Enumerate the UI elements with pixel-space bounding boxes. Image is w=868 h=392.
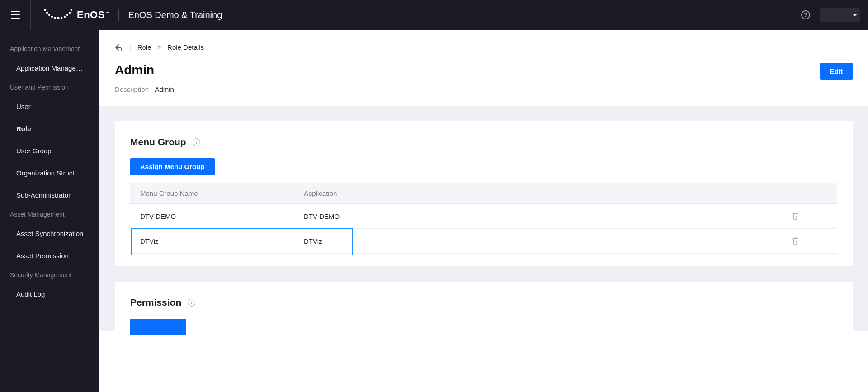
svg-point-7 xyxy=(64,16,66,18)
sidebar-item-asset-synchronization[interactable]: Asset Synchronization xyxy=(0,222,99,245)
sidebar-item-audit-log[interactable]: Audit Log xyxy=(0,283,99,305)
main-content: | Role > Role Details Admin Description … xyxy=(99,30,868,392)
section-label-asset-mgmt: Asset Management xyxy=(0,206,99,222)
svg-point-5 xyxy=(57,17,59,19)
sidebar-item-user[interactable]: User xyxy=(0,95,99,118)
permission-title: Permission xyxy=(130,297,181,308)
permission-card: Permission i xyxy=(115,282,853,331)
description-label: Description xyxy=(115,85,149,93)
menu-group-card: Menu Group i Assign Menu Group Menu Grou… xyxy=(115,121,853,266)
menu-group-title: Menu Group xyxy=(130,137,186,147)
breadcrumb-separator: | xyxy=(129,44,131,51)
hamburger-icon xyxy=(11,11,20,19)
page-header: | Role > Role Details Admin Description … xyxy=(99,30,868,106)
header-right: ? xyxy=(801,8,860,22)
svg-point-0 xyxy=(44,9,47,11)
top-header: EnOS™ EnOS Demo & Training ? xyxy=(0,0,868,30)
table-row: DTViz DTViz xyxy=(130,229,837,254)
chevron-right-icon: > xyxy=(158,44,161,51)
cards-area: Menu Group i Assign Menu Group Menu Grou… xyxy=(99,106,868,331)
menu-group-table: Menu Group Name Application DTV DEMO DTV… xyxy=(130,183,837,254)
cell-name: DTViz xyxy=(140,237,304,245)
info-icon[interactable]: i xyxy=(193,138,200,146)
brand-text: EnOS™ xyxy=(77,9,109,21)
chevron-down-icon xyxy=(853,14,857,16)
brand-logo[interactable]: EnOS™ xyxy=(43,9,119,21)
cell-application: DTViz xyxy=(304,237,791,245)
info-icon[interactable]: i xyxy=(188,299,195,307)
logo-section: EnOS™ EnOS Demo & Training xyxy=(31,9,222,21)
section-label-app-mgmt: Application Management xyxy=(0,41,99,57)
sidebar-item-organization-structure[interactable]: Organization Struct… xyxy=(0,162,99,184)
sidebar-item-sub-administrator[interactable]: Sub-Administrator xyxy=(0,184,99,206)
column-header-application: Application xyxy=(304,189,791,197)
section-label-security-mgmt: Security Management xyxy=(0,267,99,283)
table-row: DTV DEMO DTV DEMO xyxy=(130,204,837,229)
svg-point-1 xyxy=(46,12,48,14)
breadcrumb-current: Role Details xyxy=(167,43,204,51)
svg-point-8 xyxy=(66,14,68,16)
back-icon[interactable] xyxy=(115,44,123,51)
user-menu[interactable] xyxy=(820,8,860,22)
product-title: EnOS Demo & Training xyxy=(128,10,222,20)
cell-application: DTV DEMO xyxy=(304,213,791,220)
section-label-user-perm: User and Permission xyxy=(0,79,99,95)
svg-point-9 xyxy=(69,12,71,14)
sidebar-item-user-group[interactable]: User Group xyxy=(0,140,99,162)
svg-point-2 xyxy=(48,14,50,16)
delete-icon[interactable] xyxy=(791,237,799,245)
edit-button[interactable]: Edit xyxy=(820,63,853,80)
sidebar: Application Management Application Manag… xyxy=(0,30,99,392)
sidebar-item-role[interactable]: Role xyxy=(0,118,99,140)
help-icon[interactable]: ? xyxy=(801,10,810,19)
svg-point-10 xyxy=(71,9,72,11)
breadcrumb: | Role > Role Details xyxy=(115,43,853,51)
svg-point-6 xyxy=(61,17,63,19)
breadcrumb-role[interactable]: Role xyxy=(137,43,151,51)
page-title: Admin xyxy=(115,63,174,77)
cell-name: DTV DEMO xyxy=(140,213,304,220)
menu-toggle[interactable] xyxy=(0,0,31,30)
svg-point-4 xyxy=(54,17,57,19)
description-row: Description Admin xyxy=(115,85,174,93)
sidebar-item-asset-permission[interactable]: Asset Permission xyxy=(0,245,99,267)
svg-point-3 xyxy=(51,16,53,18)
table-header: Menu Group Name Application xyxy=(130,183,837,204)
description-value: Admin xyxy=(155,85,174,93)
assign-menu-group-button[interactable]: Assign Menu Group xyxy=(130,158,215,175)
sidebar-item-application-management[interactable]: Application Manage… xyxy=(0,57,99,79)
assign-permission-button[interactable] xyxy=(130,319,186,335)
swoosh-icon xyxy=(43,9,72,21)
column-header-name: Menu Group Name xyxy=(140,189,304,197)
delete-icon[interactable] xyxy=(791,212,799,220)
